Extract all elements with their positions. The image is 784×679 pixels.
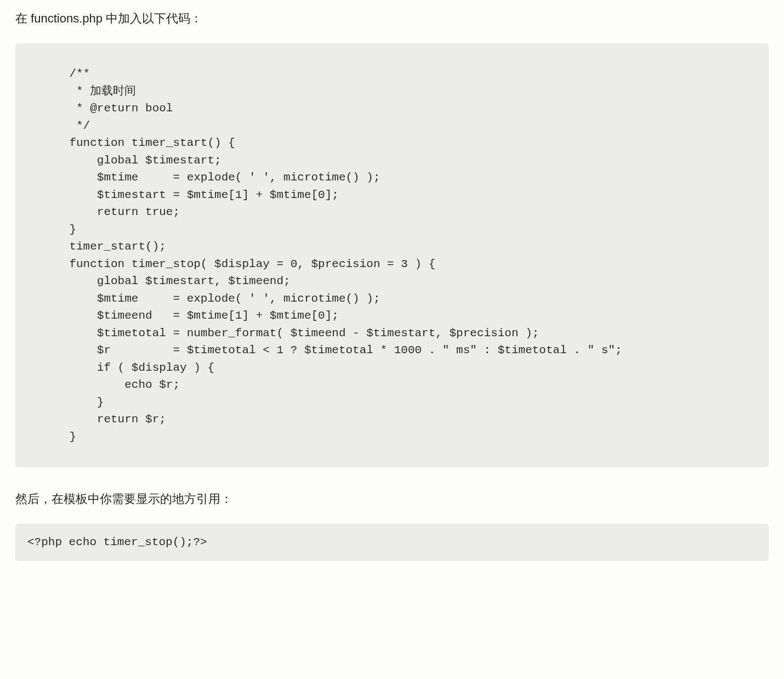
outro-paragraph: 然后，在模板中你需要显示的地方引用： — [15, 489, 769, 508]
intro-paragraph: 在 functions.php 中加入以下代码： — [15, 9, 769, 28]
code-block-usage[interactable]: <?php echo timer_stop();?> — [15, 524, 769, 561]
code-block-functions[interactable]: /** * 加载时间 * @return bool */ function ti… — [15, 43, 769, 467]
